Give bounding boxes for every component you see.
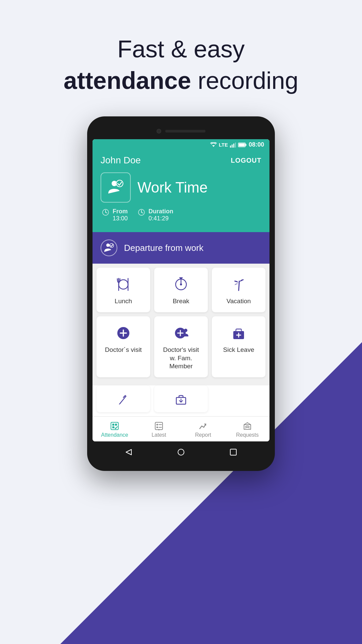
break-icon (174, 277, 188, 292)
doctors-visit-fam-button[interactable]: Doctor's visit w. Fam. Member (154, 316, 208, 377)
phone-top-bar (93, 123, 269, 139)
clock-icon-2 (138, 209, 145, 216)
svg-point-24 (180, 283, 182, 285)
duration-time: Duration 0:41:29 (138, 208, 173, 222)
partial-btn-1[interactable] (97, 385, 150, 412)
break-icon-area (174, 276, 188, 293)
battery-icon (238, 143, 247, 147)
svg-point-57 (178, 449, 184, 455)
page-title-area: Fast & easy attendance recording (0, 0, 362, 116)
sick-leave-icon (231, 326, 246, 340)
svg-rect-46 (112, 424, 114, 426)
svg-marker-0 (212, 145, 215, 147)
android-back-button[interactable] (123, 447, 134, 458)
svg-rect-6 (245, 144, 246, 146)
grid-row-2: Doctor´s visit (97, 316, 265, 377)
break-label: Break (173, 297, 189, 306)
title-normal: recording (191, 67, 298, 94)
duration-value: 0:41:29 (148, 215, 173, 222)
svg-rect-1 (230, 146, 231, 148)
report-nav-icon (198, 421, 208, 431)
android-home-button[interactable] (176, 447, 186, 458)
requests-nav-label: Requests (236, 432, 259, 438)
lunch-icon (116, 277, 131, 292)
svg-rect-3 (233, 144, 234, 148)
sick-leave-button[interactable]: Sick Leave (212, 316, 265, 377)
requests-nav-icon (243, 421, 252, 431)
departure-icon (101, 239, 117, 256)
svg-line-41 (119, 403, 121, 404)
partial-row (93, 385, 269, 416)
doctor-icon (116, 326, 131, 340)
home-icon (177, 448, 185, 456)
svg-rect-58 (230, 449, 236, 455)
doctors-visit-fam-label: Doctor's visit w. Fam. Member (160, 346, 202, 371)
from-value: 13:00 (113, 215, 128, 222)
report-nav-label: Report (195, 432, 211, 438)
recents-icon (230, 448, 237, 456)
partial-btn-2[interactable] (154, 385, 208, 412)
vacation-icon-area (231, 276, 246, 293)
nav-requests[interactable]: Requests (225, 417, 269, 441)
departure-button[interactable]: Departure from work (93, 232, 269, 264)
clock-icon (102, 209, 109, 216)
work-time-icon (107, 179, 124, 196)
lte-indicator: LTE (219, 142, 228, 148)
svg-rect-7 (239, 143, 245, 146)
svg-rect-4 (235, 143, 236, 148)
title-line1: Fast & easy (117, 36, 245, 62)
doctor-fam-icon-area (173, 324, 189, 342)
vacation-icon (231, 277, 246, 292)
svg-point-20 (119, 280, 128, 289)
phone-shell: LTE 08:00 John Doe LOGOUT (87, 116, 275, 471)
partial-icon-svg-2 (174, 393, 188, 406)
signal-icon (230, 142, 236, 148)
logout-button[interactable]: LOGOUT (231, 157, 261, 164)
svg-line-27 (239, 281, 239, 290)
svg-line-15 (141, 212, 143, 213)
duration-label: Duration (148, 208, 173, 215)
svg-rect-49 (155, 422, 163, 430)
sick-icon-area (231, 324, 246, 342)
bottom-nav: Attendance Latest (93, 416, 269, 441)
title-bold: attendance (64, 67, 191, 94)
svg-point-34 (184, 329, 187, 332)
partial-icon-1 (117, 392, 130, 407)
grid-row-1: Lunch Break (97, 268, 265, 312)
svg-line-12 (106, 212, 107, 213)
svg-point-50 (157, 424, 158, 425)
nav-latest[interactable]: Latest (137, 417, 181, 441)
svg-rect-47 (115, 424, 117, 426)
svg-rect-37 (236, 329, 241, 331)
vacation-label: Vacation (227, 297, 251, 306)
android-recents-button[interactable] (228, 447, 239, 458)
sick-leave-label: Sick Leave (223, 346, 254, 354)
nav-report[interactable]: Report (181, 417, 225, 441)
work-time-icon-box (101, 172, 131, 203)
latest-nav-icon (154, 421, 164, 431)
nav-attendance[interactable]: Attendance (93, 417, 137, 441)
phone-speaker (165, 130, 205, 132)
phone-screen: LTE 08:00 John Doe LOGOUT (93, 139, 269, 441)
attendance-nav-icon (110, 421, 119, 431)
status-bar: LTE 08:00 (93, 139, 269, 150)
user-name: John Doe (101, 155, 141, 166)
svg-marker-56 (126, 449, 131, 455)
doctor-icon-area (116, 324, 131, 342)
partial-icon-svg-1 (117, 393, 130, 406)
departure-person-icon (104, 243, 114, 253)
phone-camera (157, 129, 161, 133)
partial-icon-2 (174, 392, 188, 407)
work-time-meta: From 13:00 Duration 0:41:29 (101, 208, 261, 222)
break-button[interactable]: Break (154, 268, 208, 312)
from-time: From 13:00 (102, 208, 128, 222)
lunch-icon-area (116, 276, 131, 293)
work-time-title: Work Time (137, 179, 207, 196)
status-time: 08:00 (249, 141, 264, 148)
vacation-button[interactable]: Vacation (212, 268, 265, 312)
lunch-button[interactable]: Lunch (97, 268, 150, 312)
back-icon (125, 448, 133, 456)
doctors-visit-button[interactable]: Doctor´s visit (97, 316, 150, 377)
action-grid: Lunch Break (93, 264, 269, 385)
svg-point-16 (106, 244, 110, 247)
